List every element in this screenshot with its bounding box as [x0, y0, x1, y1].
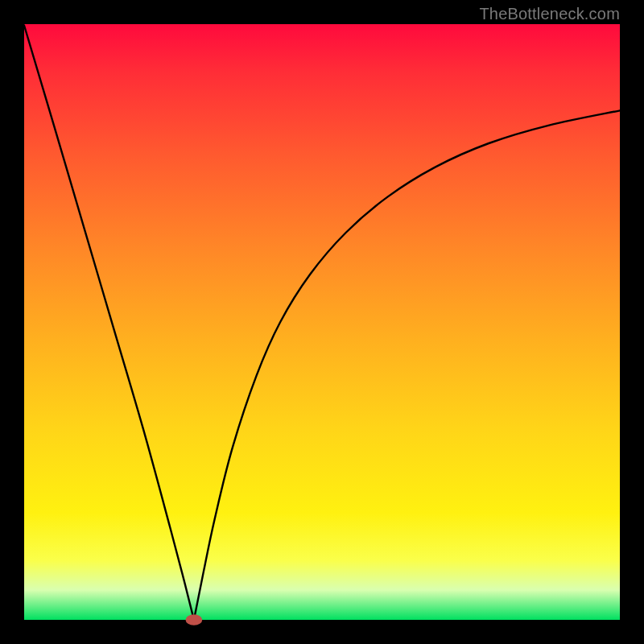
bottleneck-curve [24, 25, 620, 620]
curve-svg [24, 24, 620, 620]
watermark-text: TheBottleneck.com [479, 5, 620, 23]
plot-area [24, 24, 620, 620]
chart-frame: TheBottleneck.com [0, 0, 644, 644]
minimum-marker [186, 614, 203, 625]
